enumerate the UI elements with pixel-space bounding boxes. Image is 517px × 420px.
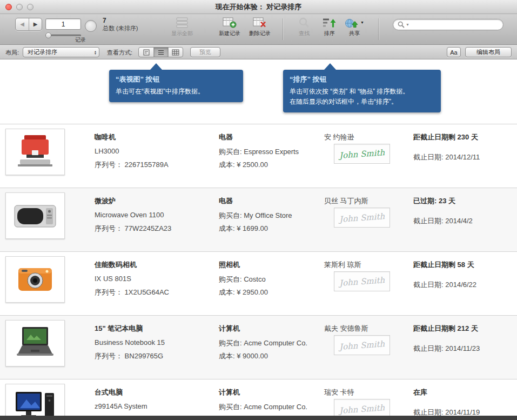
item-name: 台式电脑	[95, 388, 123, 397]
filemaker-window: 现在开始体验： 对记录排序 ◀ ▶ 7 总数 (未排序) 记录 显示全部 新建记…	[0, 0, 517, 420]
warranty-status: 在库	[413, 388, 427, 397]
record-slider-thumb[interactable]	[45, 32, 51, 38]
zoom-button[interactable]	[27, 4, 33, 10]
item-model: IX US 801S	[95, 275, 131, 283]
window-title: 现在开始体验： 对记录排序	[0, 0, 517, 14]
coffee-machine-photo[interactable]	[5, 129, 65, 175]
layout-dropdown-value: 对记录排序	[28, 48, 94, 56]
owner-name: 贝丝 马丁内斯	[324, 196, 368, 206]
status-toolbar: ◀ ▶ 7 总数 (未排序) 记录 显示全部 新建记录	[0, 14, 517, 45]
due-date: 截止日期: 2014/12/11	[413, 152, 480, 162]
callout-text: 单击可在“表视图”中排序数据。	[116, 86, 237, 97]
show-all-button[interactable]: 显示全部	[166, 17, 198, 37]
table-view-button[interactable]	[168, 48, 183, 57]
signature-field[interactable]: John Smith	[334, 208, 390, 228]
view-mode-segmented-control	[138, 47, 183, 57]
form-view-button[interactable]	[139, 48, 153, 57]
item-cost: 成本: ¥ 2950.00	[219, 288, 268, 297]
item-serial: 序列号： 77W2245ZA23	[95, 224, 171, 234]
signature-field[interactable]: John Smith	[334, 144, 390, 164]
microwave-photo[interactable]	[5, 192, 65, 239]
item-model: Business Notebook 15	[95, 338, 165, 346]
delete-record-button[interactable]: 删除记录	[244, 17, 276, 37]
item-serial: 序列号： 2267155789A	[95, 160, 169, 170]
item-purchased-from: 购买自: Espresso Experts	[219, 147, 299, 157]
item-model: z99145A System	[95, 402, 147, 410]
record-row[interactable]: 咖啡机 LH3000 序列号： 2267155789A 电器 购买自: Espr…	[0, 124, 517, 188]
total-record-count: 7	[103, 17, 106, 24]
new-record-label: 新建记录	[219, 30, 240, 37]
item-category: 计算机	[219, 388, 240, 397]
signature-text: John Smith	[339, 403, 385, 416]
text-formatting-button[interactable]: Aa	[447, 47, 461, 57]
camera-photo[interactable]	[5, 256, 65, 303]
owner-name: 莱斯利 琼斯	[324, 260, 361, 270]
signature-field[interactable]: John Smith	[334, 335, 390, 355]
window-bottom-edge	[0, 416, 517, 420]
share-dropdown-caret-icon: ▼	[360, 21, 364, 24]
item-serial: 序列号： 1X2U5G64AC	[95, 288, 169, 297]
item-category: 计算机	[219, 324, 240, 334]
new-record-button[interactable]: 新建记录	[213, 17, 246, 37]
record-list: 咖啡机 LH3000 序列号： 2267155789A 电器 购买自: Espr…	[0, 124, 517, 416]
record-row[interactable]: 佳能数码相机 IX US 801S 序列号： 1X2U5G64AC 照相机 购买…	[0, 251, 517, 315]
minimize-button[interactable]	[16, 4, 23, 10]
layout-dropdown[interactable]: 对记录排序 ▲▼	[23, 47, 99, 57]
previous-record-button[interactable]: ◀	[16, 18, 29, 30]
current-record-input[interactable]	[45, 18, 81, 30]
edit-layout-button[interactable]: 编辑布局	[465, 47, 512, 57]
close-button[interactable]	[5, 4, 12, 10]
share-label: 共享	[349, 30, 360, 37]
owner-name: 安 约翰逊	[324, 132, 354, 142]
list-view-button[interactable]	[153, 48, 168, 57]
quick-find-input[interactable]: ▼	[393, 19, 503, 30]
due-date: 截止日期: 2014/11/19	[413, 408, 480, 416]
record-row[interactable]: 15" 笔记本电脑 Business Notebook 15 序列号： BN29…	[0, 315, 517, 379]
share-button[interactable]: ▼ 共享	[338, 17, 371, 37]
owner-name: 戴夫 安德鲁斯	[324, 324, 368, 334]
warranty-status: 已过期: 23 天	[413, 196, 455, 206]
view-mode-label: 查看方式:	[107, 49, 132, 57]
find-icon	[298, 17, 310, 28]
total-record-label: 总数 (未排序)	[103, 24, 138, 32]
show-all-label: 显示全部	[171, 30, 193, 37]
layout-bar: 布局: 对记录排序 ▲▼ 查看方式:	[0, 45, 517, 59]
record-row[interactable]: 微波炉 Microwave Oven 1100 序列号： 77W2245ZA23…	[0, 188, 517, 251]
due-date: 截止日期: 2014/11/23	[413, 344, 480, 354]
item-category: 电器	[219, 196, 233, 206]
new-record-icon	[223, 17, 237, 28]
desktop-computer-photo[interactable]	[5, 384, 65, 416]
search-icon	[398, 21, 405, 28]
laptop-photo[interactable]	[5, 320, 65, 366]
search-scope-caret-icon: ▼	[406, 23, 409, 26]
title-bar: 现在开始体验： 对记录排序	[0, 0, 517, 14]
item-name: 15" 笔记本电脑	[95, 324, 143, 334]
item-name: 佳能数码相机	[95, 260, 137, 270]
table-view-icon	[172, 49, 179, 56]
toolbar-separator	[378, 18, 379, 40]
record-row[interactable]: 台式电脑 z99145A System 计算机 购买自: Acme Comput…	[0, 379, 517, 416]
next-record-button[interactable]: ▶	[29, 18, 42, 30]
warranty-status: 距截止日期剩 230 天	[413, 132, 478, 142]
warranty-status: 距截止日期剩 58 天	[413, 260, 474, 270]
record-navigation: ◀ ▶	[15, 18, 42, 31]
item-purchased-from: 购买自: My Office Store	[219, 211, 292, 221]
item-purchased-from: 购买自: Acme Computer Co.	[219, 402, 307, 412]
callout-text: 单击可依次按 “类别” 和 “物品” 排序数据。	[290, 86, 434, 97]
item-model: LH3000	[95, 147, 119, 155]
item-cost: 成本: ¥ 2500.00	[219, 160, 268, 170]
records-group-label: 记录	[56, 36, 105, 44]
layout-label: 布局:	[5, 49, 19, 57]
item-serial: 序列号： BN299765G	[95, 351, 163, 361]
item-category: 照相机	[219, 260, 240, 270]
callout-title: “排序” 按钮	[290, 75, 434, 84]
due-date: 截止日期: 2014/6/22	[413, 280, 476, 290]
signature-field[interactable]: John Smith	[334, 399, 390, 416]
preview-button[interactable]: 预览	[190, 47, 220, 57]
delete-record-label: 删除记录	[249, 30, 271, 37]
item-cost: 成本: ¥ 1699.00	[219, 224, 268, 234]
signature-field[interactable]: John Smith	[334, 271, 390, 291]
signature-text: John Smith	[339, 339, 385, 352]
table-view-callout: “表视图” 按钮 单击可在“表视图”中排序数据。	[109, 70, 243, 102]
item-model: Microwave Oven 1100	[95, 211, 164, 219]
